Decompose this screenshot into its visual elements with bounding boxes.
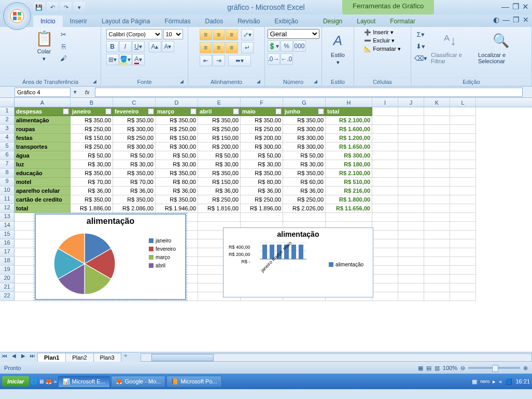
fill-button[interactable]: ⬇▾ <box>415 41 426 51</box>
cell[interactable]: aparelho celular <box>15 187 71 195</box>
row-header[interactable]: 18 <box>0 257 15 266</box>
cell[interactable] <box>450 292 476 301</box>
cell[interactable]: R$ 300,00 <box>156 142 198 151</box>
cell[interactable]: R$ 350,00 <box>113 195 156 204</box>
cell[interactable]: despesas▾ <box>15 107 71 116</box>
select-all-corner[interactable] <box>0 98 15 107</box>
worksheet-grid[interactable]: ABCDEFGHIJKL 1despesas▾janeiro▾fevereiro… <box>0 98 532 352</box>
taskbar-excel[interactable]: 📊 Microsoft E... <box>58 376 110 388</box>
tab-formulas[interactable]: Fórmulas <box>157 16 198 27</box>
italic-button[interactable]: I <box>119 41 132 52</box>
cell[interactable]: roupas <box>15 125 71 134</box>
cell[interactable]: R$ 350,00 <box>283 169 326 178</box>
tab-layout-da-pagina[interactable]: Layout da Página <box>94 16 157 27</box>
cell[interactable]: R$ 2.026,00 <box>283 204 326 213</box>
cell[interactable]: R$ 2.086,00 <box>113 204 156 213</box>
cell[interactable] <box>424 213 450 222</box>
bold-button[interactable]: B <box>106 41 119 52</box>
cell[interactable]: R$ 350,00 <box>113 116 156 125</box>
view-pagebreak-button[interactable]: ▥ <box>435 365 440 372</box>
cell[interactable] <box>450 134 476 142</box>
font-size-select[interactable]: 10 <box>163 29 183 39</box>
row-header[interactable]: 21 <box>0 283 15 292</box>
cell[interactable]: R$ 70,00 <box>113 178 156 187</box>
cell[interactable] <box>424 125 450 134</box>
cell[interactable] <box>424 266 450 275</box>
column-header[interactable]: A <box>15 98 71 107</box>
cell[interactable] <box>198 213 241 222</box>
cell[interactable]: total <box>326 107 372 116</box>
borders-button[interactable]: ⊞▾ <box>106 54 119 65</box>
cell[interactable] <box>372 187 398 195</box>
save-button[interactable]: 💾 <box>33 2 45 12</box>
cell[interactable]: R$ 250,00 <box>198 125 241 134</box>
cell[interactable] <box>424 107 450 116</box>
fill-color-button[interactable]: 🪣▾ <box>119 54 132 65</box>
cell[interactable]: R$ 350,00 <box>198 169 241 178</box>
filter-dropdown[interactable]: ▾ <box>275 108 282 115</box>
quicklaunch-desktop-icon[interactable]: 🖥 <box>38 378 44 384</box>
cell[interactable]: R$ 2.100,00 <box>326 116 372 125</box>
cell[interactable] <box>398 248 424 257</box>
cell[interactable]: R$ 70,00 <box>71 178 113 187</box>
cell[interactable]: R$ 1.800,00 <box>326 195 372 204</box>
cell[interactable] <box>372 231 398 239</box>
decrease-decimal-button[interactable]: ←.0 <box>281 53 293 65</box>
cell[interactable] <box>372 134 398 142</box>
cell[interactable]: R$ 80,00 <box>241 178 283 187</box>
cell[interactable]: março▾ <box>156 107 198 116</box>
cell[interactable] <box>372 266 398 275</box>
font-dialog[interactable]: ◢ <box>180 79 184 84</box>
view-pagelayout-button[interactable]: ▤ <box>426 365 431 372</box>
align-dialog[interactable]: ◢ <box>257 79 260 84</box>
cell[interactable]: R$ 250,00 <box>241 195 283 204</box>
redo-button[interactable]: ↷ <box>60 2 72 12</box>
copy-button[interactable]: ⎘ <box>59 41 69 51</box>
row-header[interactable]: 11 <box>0 195 15 204</box>
chart-pie-alimentacao[interactable]: alimentação janeirofevereiromarçoabril <box>35 214 186 300</box>
cell[interactable]: R$ 36,00 <box>198 187 241 195</box>
cell[interactable] <box>372 125 398 134</box>
merge-button[interactable]: ⬌▾ <box>228 55 251 66</box>
number-dialog[interactable]: ◢ <box>314 79 317 84</box>
cell[interactable]: R$ 250,00 <box>113 134 156 142</box>
cell[interactable]: R$ 350,00 <box>283 116 326 125</box>
doc-close-button[interactable]: ✕ <box>523 16 529 24</box>
tab-exibicao[interactable]: Exibição <box>268 16 305 27</box>
column-header[interactable]: B <box>71 98 113 107</box>
cell[interactable]: R$ 350,00 <box>71 195 113 204</box>
tab-layout[interactable]: Layout <box>349 16 383 27</box>
decrease-indent-button[interactable]: ⇤ <box>200 55 212 66</box>
cell[interactable] <box>398 125 424 134</box>
paste-button[interactable]: 📋Colar▾ <box>32 29 57 63</box>
row-header[interactable]: 20 <box>0 275 15 283</box>
shrink-font-button[interactable]: A▾ <box>162 41 174 52</box>
tray-nero-icon[interactable]: nero <box>480 379 489 384</box>
grow-font-button[interactable]: A▴ <box>149 41 161 52</box>
cell[interactable] <box>424 275 450 283</box>
cell[interactable] <box>398 239 424 248</box>
cell[interactable]: R$ 300,00 <box>241 142 283 151</box>
cell[interactable] <box>398 222 424 231</box>
cell[interactable]: festas <box>15 134 71 142</box>
cell[interactable] <box>450 125 476 134</box>
clipboard-dialog[interactable]: ◢ <box>93 79 96 84</box>
orientation-button[interactable]: ⤢▾ <box>241 29 254 40</box>
row-header[interactable]: 17 <box>0 248 15 257</box>
cell[interactable]: R$ 150,00 <box>198 178 241 187</box>
cell[interactable] <box>424 142 450 151</box>
row-header[interactable]: 22 <box>0 292 15 301</box>
cell[interactable]: R$ 50,00 <box>71 151 113 160</box>
cell[interactable]: R$ 50,00 <box>113 151 156 160</box>
filter-dropdown[interactable]: ▾ <box>105 108 111 115</box>
cell[interactable] <box>450 275 476 283</box>
cell[interactable] <box>424 178 450 187</box>
cell[interactable] <box>424 257 450 266</box>
increase-indent-button[interactable]: ⇥ <box>213 55 225 66</box>
column-header[interactable]: D <box>156 98 198 107</box>
row-header[interactable]: 3 <box>0 125 15 134</box>
cell[interactable]: R$ 150,00 <box>198 134 241 142</box>
cell[interactable]: abril▾ <box>198 107 241 116</box>
cell[interactable] <box>424 248 450 257</box>
find-select-button[interactable]: 🔍Localizar e Selecionar <box>475 29 527 65</box>
